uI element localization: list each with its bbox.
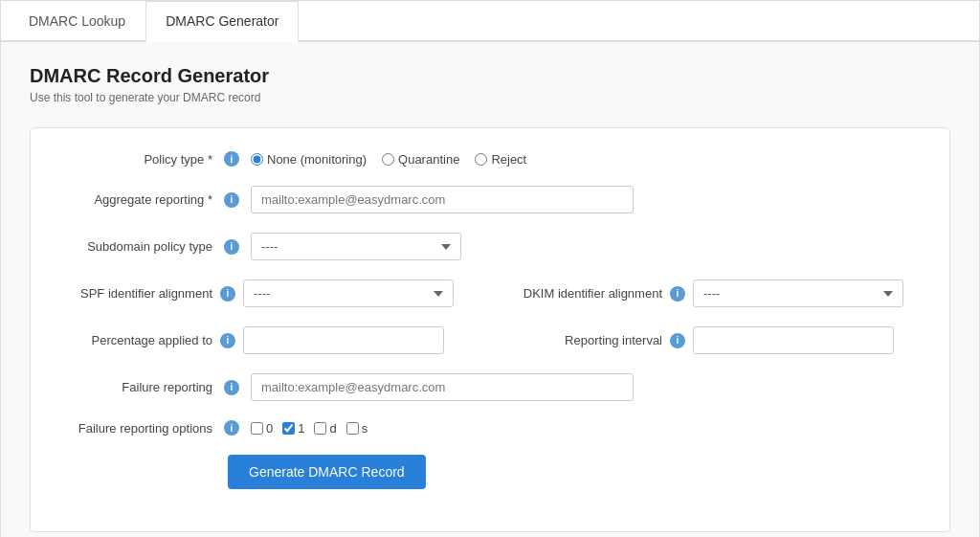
- failure-option-s[interactable]: s: [346, 421, 368, 436]
- alignment-row: SPF identifier alignment i ---- DKIM ide…: [59, 280, 921, 307]
- generate-button[interactable]: Generate DMARC Record: [228, 455, 426, 489]
- failure-option-0[interactable]: 0: [251, 421, 273, 436]
- policy-type-radio-group: None (monitoring) Quarantine Reject: [251, 152, 526, 167]
- subdomain-policy-row: Subdomain policy type i ----: [59, 233, 921, 260]
- failure-checkbox-1[interactable]: [282, 422, 295, 435]
- policy-type-row: Policy type * i None (monitoring) Quaran…: [59, 151, 921, 167]
- subdomain-policy-info-icon[interactable]: i: [224, 239, 239, 255]
- policy-quarantine-option[interactable]: Quarantine: [382, 152, 459, 167]
- policy-reject-option[interactable]: Reject: [475, 152, 526, 167]
- failure-reporting-label: Failure reporting: [59, 380, 212, 394]
- spf-alignment-select[interactable]: ----: [243, 280, 454, 307]
- spf-alignment-info-icon[interactable]: i: [220, 286, 235, 302]
- failure-option-d[interactable]: d: [314, 421, 336, 436]
- percentage-info-icon[interactable]: i: [220, 333, 235, 348]
- dkim-alignment-select[interactable]: ----: [693, 280, 903, 307]
- tab-dmarc-generator[interactable]: DMARC Generator: [145, 1, 299, 42]
- failure-checkbox-0[interactable]: [251, 422, 263, 435]
- failure-option-1[interactable]: 1: [282, 421, 304, 436]
- tab-bar: DMARC Lookup DMARC Generator: [1, 1, 979, 42]
- policy-quarantine-radio[interactable]: [382, 153, 394, 166]
- tab-dmarc-lookup[interactable]: DMARC Lookup: [9, 1, 145, 42]
- aggregate-reporting-label: Aggregate reporting *: [59, 192, 212, 207]
- form-section: Policy type * i None (monitoring) Quaran…: [30, 127, 950, 532]
- failure-options-checkboxes: 0 1 d s: [251, 421, 368, 436]
- main-content: DMARC Record Generator Use this tool to …: [1, 42, 979, 537]
- percentage-input[interactable]: [243, 326, 444, 354]
- dkim-alignment-group: DKIM identifier alignment i ----: [490, 280, 921, 307]
- reporting-interval-group: Reporting interval i: [490, 326, 921, 354]
- failure-reporting-input[interactable]: [251, 373, 634, 401]
- spf-alignment-label: SPF identifier alignment: [59, 286, 212, 301]
- reporting-interval-input[interactable]: [693, 326, 894, 354]
- reporting-interval-info-icon[interactable]: i: [670, 333, 685, 348]
- subdomain-policy-select[interactable]: ----: [251, 233, 461, 260]
- aggregate-reporting-info-icon[interactable]: i: [224, 192, 239, 208]
- policy-reject-radio[interactable]: [475, 153, 487, 166]
- aggregate-reporting-row: Aggregate reporting * i: [59, 186, 921, 213]
- percentage-label: Percentage applied to: [59, 333, 212, 347]
- failure-checkbox-s[interactable]: [346, 422, 359, 435]
- percentage-group: Percentage applied to i: [59, 326, 490, 354]
- failure-options-info-icon[interactable]: i: [224, 420, 239, 436]
- dkim-alignment-label: DKIM identifier alignment: [490, 286, 662, 301]
- policy-type-label: Policy type *: [59, 152, 212, 167]
- failure-options-row: Failure reporting options i 0 1 d: [59, 420, 921, 436]
- failure-options-label: Failure reporting options: [59, 421, 212, 436]
- spf-alignment-group: SPF identifier alignment i ----: [59, 280, 490, 307]
- subdomain-policy-label: Subdomain policy type: [59, 239, 212, 254]
- failure-reporting-info-icon[interactable]: i: [224, 380, 239, 395]
- aggregate-reporting-input[interactable]: [251, 186, 634, 213]
- dkim-alignment-info-icon[interactable]: i: [670, 286, 685, 302]
- reporting-interval-label: Reporting interval: [490, 333, 662, 347]
- failure-checkbox-d[interactable]: [314, 422, 326, 435]
- page-title: DMARC Record Generator: [30, 65, 950, 87]
- policy-none-option[interactable]: None (monitoring): [251, 152, 367, 167]
- policy-none-radio[interactable]: [251, 153, 263, 166]
- page-subtitle: Use this tool to generate your DMARC rec…: [30, 91, 950, 104]
- policy-type-info-icon[interactable]: i: [224, 151, 239, 167]
- percentage-interval-row: Percentage applied to i Reporting interv…: [59, 326, 921, 354]
- generate-button-row: Generate DMARC Record: [59, 455, 921, 489]
- failure-reporting-row: Failure reporting i: [59, 373, 921, 401]
